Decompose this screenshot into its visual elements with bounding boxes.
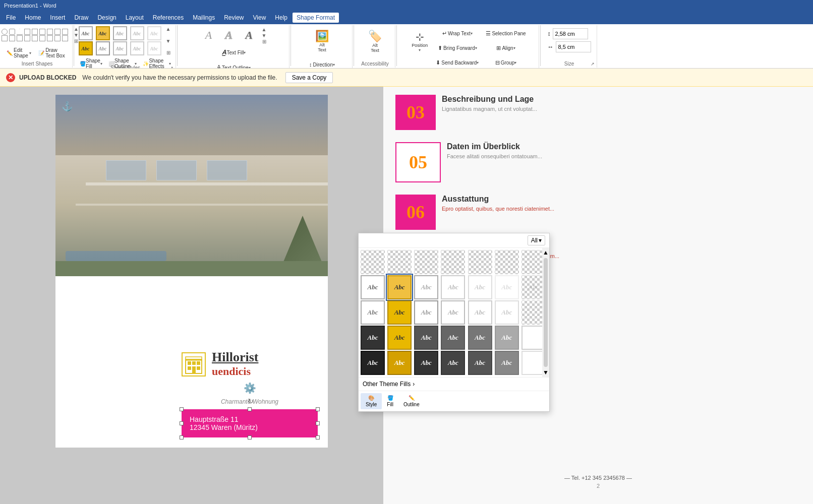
shape-style-9[interactable]: Abc [147, 41, 161, 55]
shape-style-7[interactable]: Abc [113, 41, 127, 55]
style-cell-top-2[interactable] [414, 250, 438, 274]
styles-scroll-up[interactable]: ▲ [164, 26, 172, 32]
text-outline-btn[interactable]: A Text Outline ▾ [214, 60, 253, 69]
shape-brace[interactable] [24, 35, 30, 41]
style-cell-r2-4[interactable]: Abc [468, 275, 492, 299]
menu-review[interactable]: Review [220, 13, 248, 23]
outline-tool-btn[interactable]: ✏️ Outline [398, 393, 425, 409]
shape-style-5[interactable]: Abc [79, 41, 93, 55]
wordart-scroll-up[interactable]: ▲ [260, 27, 268, 32]
shape-cross[interactable] [39, 35, 45, 41]
shape-hexagon[interactable] [32, 29, 38, 35]
selection-pane-btn[interactable]: ☰ Selection Pane [483, 26, 528, 40]
wordart-swatch-0[interactable]: A [200, 26, 218, 44]
style-tool-btn[interactable]: 🎨 Style [361, 393, 382, 409]
style-cell-r4-2[interactable]: Abc [414, 326, 438, 350]
style-cell-r3-4[interactable]: Abc [468, 300, 492, 325]
style-cell-top-0[interactable] [361, 250, 385, 274]
menu-help[interactable]: Help [271, 13, 292, 23]
menu-draw[interactable]: Draw [70, 13, 92, 23]
style-cell-r2-2[interactable]: Abc [414, 275, 438, 299]
shape-style-2[interactable]: Abc [113, 26, 127, 40]
shape-misc3[interactable] [62, 35, 68, 41]
wordart-swatch-2[interactable]: A [240, 26, 258, 44]
shape-style-1[interactable]: Abc [96, 26, 110, 40]
shape-freeform[interactable] [9, 35, 15, 41]
menu-references[interactable]: References [149, 13, 188, 23]
shape-style-6[interactable]: Abc [96, 41, 110, 55]
draw-textbox-btn[interactable]: 📝 Draw Text Box [36, 46, 70, 60]
shape-rounded-rect[interactable] [9, 29, 15, 35]
size-expand-btn[interactable]: ↗ [591, 61, 595, 67]
text-fill-btn[interactable]: A̲ Text Fill ▾ [214, 45, 253, 59]
menu-file[interactable]: File [2, 13, 20, 23]
accessibility-alt-text-btn[interactable]: 🏷️ AltText [364, 26, 386, 56]
position-btn[interactable]: ⊹ Position ▾ [408, 26, 431, 56]
style-cell-r4-3[interactable]: Abc [441, 326, 465, 350]
picker-scroll-down[interactable]: ▼ [542, 368, 550, 377]
shape-misc1[interactable] [47, 35, 53, 41]
shape-arc[interactable] [2, 35, 8, 41]
style-cell-r5-0[interactable]: Abc [361, 351, 385, 375]
style-cell-r3-2[interactable]: Abc [414, 300, 438, 325]
style-cell-r3-1[interactable]: Abc [387, 300, 412, 325]
menu-mailings[interactable]: Mailings [189, 13, 219, 23]
save-copy-btn[interactable]: Save a Copy [285, 72, 333, 83]
shape-star[interactable] [54, 29, 61, 35]
shape-triangle[interactable] [17, 29, 23, 35]
shape-style-8[interactable]: Abc [130, 41, 144, 55]
shape-effects-btn[interactable]: ✨ Shape Effects ▾ [140, 56, 173, 69]
shape-circle[interactable] [2, 29, 8, 35]
styles-scroll-down[interactable]: ▼ [164, 38, 172, 44]
shape-diamond[interactable] [24, 29, 30, 35]
edit-shape-btn[interactable]: ✏️ Edit Shape ▾ [4, 46, 34, 60]
bring-forward-btn[interactable]: ⬆ Bring Forward ▾ [433, 41, 481, 55]
style-cell-r2-5[interactable]: Abc [495, 275, 519, 299]
all-dropdown[interactable]: All ▾ [528, 235, 545, 245]
menu-view[interactable]: View [249, 13, 270, 23]
shape-style-0[interactable]: Abc [79, 26, 93, 40]
style-cell-r2-0[interactable]: Abc [361, 275, 385, 299]
menu-shape-format[interactable]: Shape Format [293, 13, 339, 23]
menu-layout[interactable]: Layout [122, 13, 148, 23]
shape-callout[interactable] [62, 29, 68, 35]
shape-bracket[interactable] [32, 35, 38, 41]
shape-arrow-right[interactable] [47, 29, 53, 35]
style-cell-r3-3[interactable]: Abc [441, 300, 465, 325]
menu-design[interactable]: Design [93, 13, 120, 23]
style-cell-r4-5[interactable]: Abc [495, 326, 519, 350]
wordart-scroll-down[interactable]: ▼ [260, 33, 268, 38]
direction-btn[interactable]: ↕ Direction ▾ [306, 57, 339, 69]
style-cell-r2-1[interactable]: Abc [387, 275, 412, 299]
menu-insert[interactable]: Insert [46, 13, 69, 23]
style-cell-r3-5[interactable]: Abc [495, 300, 519, 325]
wrap-text-btn[interactable]: ↵ Wrap Text ▾ [433, 26, 481, 40]
address-box[interactable]: Hauptstraße 11 12345 Waren (Müritz) [182, 409, 318, 437]
style-cell-r4-0[interactable]: Abc [361, 326, 385, 350]
style-cell-top-3[interactable] [441, 250, 465, 274]
style-cell-r5-5[interactable]: Abc [495, 351, 519, 375]
style-cell-r5-3[interactable]: Abc [441, 351, 465, 375]
group-btn[interactable]: ⊟ Group ▾ [483, 55, 528, 69]
shape-style-3[interactable]: Abc [130, 26, 144, 40]
style-cell-top-1[interactable] [387, 250, 412, 274]
shape-style-4[interactable]: Abc [147, 26, 161, 40]
picker-scroll-thumb[interactable] [544, 258, 548, 367]
style-cell-r5-2[interactable]: Abc [414, 351, 438, 375]
menu-home[interactable]: Home [21, 13, 45, 23]
send-backward-btn[interactable]: ⬇ Send Backward ▾ [433, 55, 481, 69]
style-cell-r4-4[interactable]: Abc [468, 326, 492, 350]
align-btn[interactable]: ⊞ Align ▾ [483, 41, 528, 55]
fill-tool-btn[interactable]: 🪣 Fill [382, 393, 398, 409]
shape-wave[interactable] [17, 35, 23, 41]
style-cell-r5-4[interactable]: Abc [468, 351, 492, 375]
alt-text-btn[interactable]: 🖼️ AltText [311, 26, 333, 56]
shape-fill-btn[interactable]: 🪣 Shape Fill ▾ [77, 56, 105, 69]
style-cell-r2-3[interactable]: Abc [441, 275, 465, 299]
style-cell-top-4[interactable] [468, 250, 492, 274]
other-theme-fills-btn[interactable]: Other Theme Fills › [363, 381, 415, 388]
height-input[interactable] [553, 28, 588, 39]
width-input[interactable] [556, 41, 591, 52]
style-cell-r4-1[interactable]: Abc [387, 326, 412, 350]
style-cell-top-5[interactable] [495, 250, 519, 274]
